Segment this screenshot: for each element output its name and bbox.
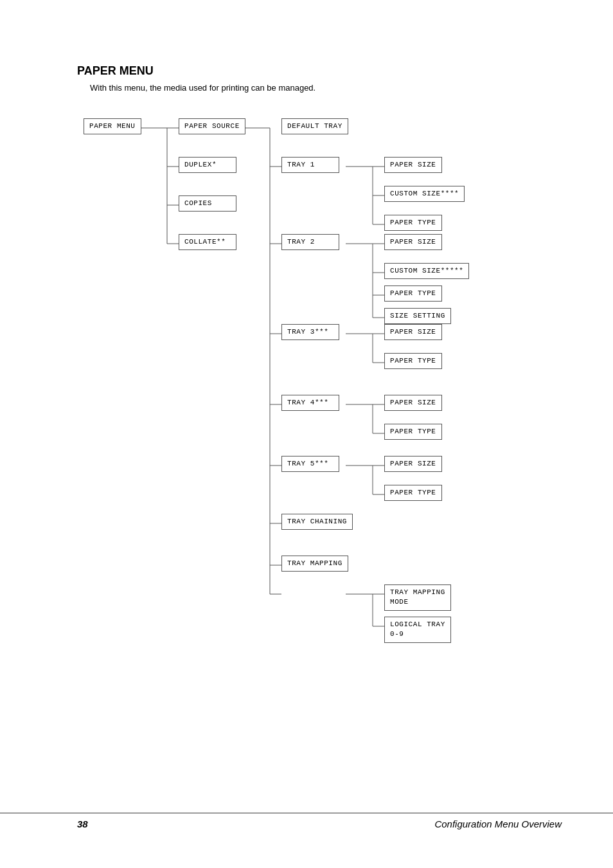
t2-paper-type-node: PAPER TYPE <box>384 285 442 302</box>
t2-size-setting-box: SIZE SETTING <box>384 308 451 324</box>
tray3-node: TRAY 3*** <box>281 324 339 340</box>
t4-paper-type-box: PAPER TYPE <box>384 424 442 440</box>
tray2-box: TRAY 2 <box>281 234 339 250</box>
tray4-box: TRAY 4*** <box>281 395 339 411</box>
duplex-node: DUPLEX* <box>179 157 236 173</box>
tray5-node: TRAY 5*** <box>281 456 339 472</box>
tray-chaining-box: TRAY CHAINING <box>281 514 353 530</box>
t4-paper-type-node: PAPER TYPE <box>384 424 442 440</box>
t1-paper-type-node: PAPER TYPE <box>384 215 442 231</box>
paper-source-box: PAPER SOURCE <box>179 118 245 134</box>
t3-paper-size-node: PAPER SIZE <box>384 324 442 340</box>
t1-paper-type-box: PAPER TYPE <box>384 215 442 231</box>
root-box: PAPER MENU <box>84 118 141 134</box>
tray5-box: TRAY 5*** <box>281 456 339 472</box>
t1-custom-size-node: CUSTOM SIZE**** <box>384 186 465 202</box>
logical-tray-box: LOGICAL TRAY0-9 <box>384 617 451 643</box>
t2-size-setting-node: SIZE SETTING <box>384 308 451 324</box>
t5-paper-size-node: PAPER SIZE <box>384 456 442 472</box>
section-description: With this menu, the media used for print… <box>90 83 562 93</box>
tray-chaining-node: TRAY CHAINING <box>281 514 353 530</box>
t5-paper-size-box: PAPER SIZE <box>384 456 442 472</box>
t4-paper-size-node: PAPER SIZE <box>384 395 442 411</box>
tray3-box: TRAY 3*** <box>281 324 339 340</box>
tray-mapping-node: TRAY MAPPING <box>281 556 348 572</box>
tray4-node: TRAY 4*** <box>281 395 339 411</box>
tray-mapping-mode-node: TRAY MAPPINGMODE <box>384 584 451 611</box>
t5-paper-type-node: PAPER TYPE <box>384 485 442 501</box>
tray-mapping-box: TRAY MAPPING <box>281 556 348 572</box>
t2-custom-size-box: CUSTOM SIZE***** <box>384 263 469 279</box>
t1-paper-size-node: PAPER SIZE <box>384 157 442 173</box>
t2-paper-size-box: PAPER SIZE <box>384 234 442 250</box>
tray1-node: TRAY 1 <box>281 157 339 173</box>
t2-custom-size-node: CUSTOM SIZE***** <box>384 263 469 279</box>
t3-paper-size-box: PAPER SIZE <box>384 324 442 340</box>
tray1-box: TRAY 1 <box>281 157 339 173</box>
footer: 38 Configuration Menu Overview <box>0 813 613 829</box>
tray-mapping-mode-box: TRAY MAPPINGMODE <box>384 584 451 611</box>
footer-title: Configuration Menu Overview <box>434 818 562 829</box>
t4-paper-size-box: PAPER SIZE <box>384 395 442 411</box>
collate-box: COLLATE** <box>179 234 236 250</box>
t1-custom-size-box: CUSTOM SIZE**** <box>384 186 465 202</box>
t1-paper-size-box: PAPER SIZE <box>384 157 442 173</box>
t2-paper-type-box: PAPER TYPE <box>384 285 442 302</box>
page-number: 38 <box>77 818 88 829</box>
tree-lines <box>84 105 533 665</box>
paper-source-node: PAPER SOURCE <box>179 118 245 134</box>
copies-box: COPIES <box>179 195 236 212</box>
tray2-node: TRAY 2 <box>281 234 339 250</box>
t5-paper-type-box: PAPER TYPE <box>384 485 442 501</box>
t3-paper-type-box: PAPER TYPE <box>384 353 442 369</box>
copies-node: COPIES <box>179 195 236 212</box>
t3-paper-type-node: PAPER TYPE <box>384 353 442 369</box>
default-tray-box: DEFAULT TRAY <box>281 118 348 134</box>
logical-tray-node: LOGICAL TRAY0-9 <box>384 617 451 643</box>
collate-node: COLLATE** <box>179 234 236 250</box>
default-tray-node: DEFAULT TRAY <box>281 118 348 134</box>
section-title: PAPER MENU <box>77 64 562 78</box>
duplex-box: DUPLEX* <box>179 157 236 173</box>
t2-paper-size-node: PAPER SIZE <box>384 234 442 250</box>
root-node: PAPER MENU <box>84 118 141 134</box>
